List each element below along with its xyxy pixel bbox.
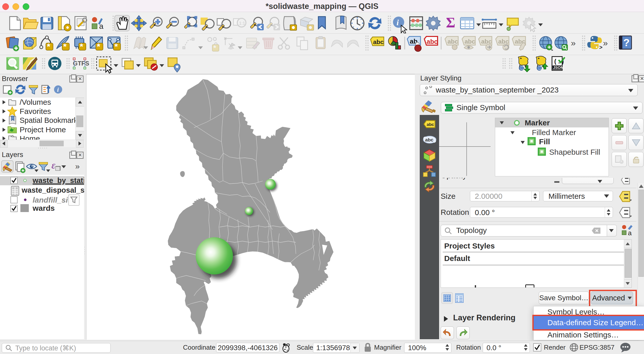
svg-text:?: ? xyxy=(623,37,629,48)
svg-text:JSON: JSON xyxy=(553,65,563,70)
svg-text:abc: abc xyxy=(427,122,434,127)
svg-text:abc: abc xyxy=(425,137,433,142)
svg-text:>: > xyxy=(599,45,602,51)
svg-text:»: » xyxy=(75,162,80,171)
svg-text:Σ: Σ xyxy=(446,15,455,31)
svg-text:1:1: 1:1 xyxy=(239,21,245,26)
svg-text:*: * xyxy=(621,160,622,164)
svg-text:»: » xyxy=(603,38,608,48)
svg-text:i: i xyxy=(397,18,399,27)
svg-text:a: a xyxy=(99,22,103,30)
svg-text:a: a xyxy=(628,229,632,236)
svg-text:*: * xyxy=(213,44,216,52)
svg-text:abc: abc xyxy=(427,38,438,45)
svg-text:»: » xyxy=(571,38,576,48)
svg-text:GTFS: GTFS xyxy=(73,60,89,67)
svg-text:ε: ε xyxy=(51,160,55,171)
svg-text:i: i xyxy=(57,86,59,93)
